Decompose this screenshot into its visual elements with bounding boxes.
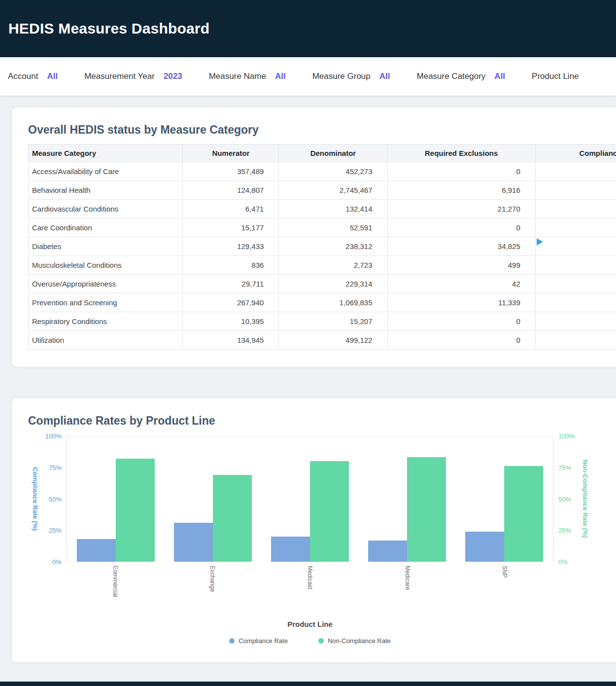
table-row-behavioral-health[interactable]: Behavioral Health124,8072,745,4676,916 <box>29 181 616 200</box>
cell-denominator[interactable]: 452,273 <box>279 162 387 181</box>
cell-denominator[interactable]: 15,207 <box>279 312 387 331</box>
legend-item-compliance-rate[interactable]: Compliance Rate <box>229 637 288 645</box>
cell-numerator[interactable]: 6,471 <box>183 200 279 218</box>
filter-value-measure-name[interactable]: All <box>275 72 286 81</box>
bar-compliance-rate-snp[interactable] <box>465 532 504 562</box>
cell-compliance-rate[interactable] <box>535 275 616 293</box>
cell-numerator[interactable]: 124,807 <box>183 181 279 200</box>
bar-compliance-rate-commercial[interactable] <box>77 539 116 562</box>
cell-numerator[interactable]: 29,711 <box>183 275 279 293</box>
cell-denominator[interactable]: 52,591 <box>279 218 387 237</box>
cell-compliance-rate[interactable] <box>535 162 616 181</box>
x-axis-label-medicaid: Medicaid <box>271 562 349 617</box>
y-axis-left: 0%25%50%75%100% <box>42 436 67 562</box>
cell-numerator[interactable]: 836 <box>183 256 279 275</box>
cell-compliance-rate[interactable] <box>535 312 616 331</box>
cell-required-exclusions[interactable]: 11,339 <box>387 293 535 312</box>
cell-numerator[interactable]: 15,177 <box>183 218 279 237</box>
cell-category[interactable]: Behavioral Health <box>29 181 183 200</box>
cell-category[interactable]: Utilization <box>29 331 183 350</box>
cell-numerator[interactable]: 357,489 <box>183 162 279 181</box>
cell-numerator[interactable]: 129,433 <box>183 237 279 256</box>
cell-compliance-rate[interactable] <box>535 256 616 275</box>
cell-required-exclusions[interactable]: 0 <box>387 218 535 237</box>
filter-value-measure-group[interactable]: All <box>379 72 390 81</box>
cell-denominator[interactable]: 2,723 <box>279 256 387 275</box>
bar-non-compliance-rate-medicare[interactable] <box>407 457 446 562</box>
plot-column: CommercialExchangeMedicaidMedicareSNP Pr… <box>67 436 553 645</box>
x-axis-labels: CommercialExchangeMedicaidMedicareSNP <box>67 562 553 617</box>
cell-compliance-rate[interactable] <box>535 237 616 256</box>
cell-required-exclusions[interactable]: 6,916 <box>387 181 535 200</box>
cell-category[interactable]: Overuse/Appropriateness <box>29 275 183 293</box>
bar-non-compliance-rate-medicaid[interactable] <box>310 461 349 562</box>
filter-account[interactable]: AccountAll <box>8 72 58 81</box>
cell-compliance-rate[interactable] <box>535 200 616 218</box>
cell-required-exclusions[interactable]: 34,825 <box>387 237 535 256</box>
x-axis-label-text: Medicare <box>404 566 411 590</box>
cell-denominator[interactable]: 499,122 <box>279 331 387 350</box>
bar-non-compliance-rate-snp[interactable] <box>504 466 543 562</box>
cell-compliance-rate[interactable] <box>535 181 616 200</box>
legend-dot-non-compliance-rate <box>318 638 324 644</box>
cell-denominator[interactable]: 2,745,467 <box>279 181 387 200</box>
bar-compliance-rate-exchange[interactable] <box>174 523 213 562</box>
bar-non-compliance-rate-commercial[interactable] <box>116 459 155 562</box>
table-row-overuse-appropriateness[interactable]: Overuse/Appropriateness29,711229,31442 <box>29 275 616 293</box>
cell-required-exclusions[interactable]: 21,270 <box>387 200 535 218</box>
filter-measure-name[interactable]: Measure NameAll <box>209 72 286 81</box>
y-tick-0: 0% <box>558 558 568 566</box>
table-row-care-coordination[interactable]: Care Coordination15,17752,5910 <box>29 218 616 237</box>
cell-compliance-rate[interactable] <box>535 218 616 237</box>
cell-category[interactable]: Musculoskeletal Conditions <box>29 256 183 275</box>
cell-numerator[interactable]: 134,945 <box>183 331 279 350</box>
column-header-numerator: Numerator <box>183 144 279 162</box>
cell-required-exclusions[interactable]: 499 <box>387 256 535 275</box>
cell-category[interactable]: Cardiovascular Conditions <box>29 200 183 218</box>
filter-product-line[interactable]: Product Line <box>532 72 587 81</box>
filter-measurement-year[interactable]: Measurement Year2023 <box>84 72 182 81</box>
y-tick-25: 25% <box>49 527 62 534</box>
table-row-utilization[interactable]: Utilization134,945499,1220 <box>29 331 616 350</box>
cell-required-exclusions[interactable]: 0 <box>387 312 535 331</box>
filter-measure-category[interactable]: Measure CategoryAll <box>417 72 506 81</box>
table-row-access-availability-of-care[interactable]: Access/Availability of Care357,489452,27… <box>29 162 616 181</box>
cell-denominator[interactable]: 1,069,835 <box>279 293 387 312</box>
cell-category[interactable]: Prevention and Screening <box>29 293 183 312</box>
cell-required-exclusions[interactable]: 0 <box>387 331 535 350</box>
table-row-diabetes[interactable]: Diabetes129,433238,31234,825 <box>29 237 616 256</box>
cell-denominator[interactable]: 238,312 <box>279 237 387 256</box>
bar-non-compliance-rate-exchange[interactable] <box>213 475 252 562</box>
cell-category[interactable]: Diabetes <box>29 237 183 256</box>
cell-category[interactable]: Respiratory Conditions <box>29 312 183 331</box>
legend-item-non-compliance-rate[interactable]: Non-Compliance Rate <box>318 637 391 645</box>
bar-compliance-rate-medicaid[interactable] <box>271 537 310 562</box>
table-row-musculoskeletal-conditions[interactable]: Musculoskeletal Conditions8362,723499 <box>29 256 616 275</box>
y-axis-right: 0%25%50%75%100% <box>553 436 578 562</box>
bar-compliance-rate-medicare[interactable] <box>368 541 407 562</box>
cell-required-exclusions[interactable]: 42 <box>387 275 535 293</box>
filter-measure-group[interactable]: Measure GroupAll <box>312 72 390 81</box>
filter-value-account[interactable]: All <box>47 72 58 81</box>
cell-compliance-rate[interactable] <box>535 293 616 312</box>
table-card: Overall HEDIS status by Measure Category… <box>12 108 616 367</box>
cell-category[interactable]: Care Coordination <box>29 218 183 237</box>
cell-denominator[interactable]: 229,314 <box>279 275 387 293</box>
filter-value-measure-category[interactable]: All <box>494 72 505 81</box>
cell-compliance-rate[interactable] <box>535 331 616 350</box>
filter-bar: AccountAllMeasurement Year2023Measure Na… <box>0 57 616 96</box>
legend-dot-compliance-rate <box>229 638 235 644</box>
cell-denominator[interactable]: 132,414 <box>279 200 387 218</box>
bar-group-commercial <box>77 436 155 562</box>
cell-numerator[interactable]: 267,940 <box>183 293 279 312</box>
y-tick-100: 100% <box>558 433 575 440</box>
table-row-respiratory-conditions[interactable]: Respiratory Conditions10,39515,2070 <box>29 312 616 331</box>
compliance-chart: Compliance Rate (%) 0%25%50%75%100% Comm… <box>28 436 616 645</box>
cell-category[interactable]: Access/Availability of Care <box>29 162 183 181</box>
cell-required-exclusions[interactable]: 0 <box>387 162 535 181</box>
table-row-prevention-and-screening[interactable]: Prevention and Screening267,9401,069,835… <box>29 293 616 312</box>
table-row-cardiovascular-conditions[interactable]: Cardiovascular Conditions6,471132,41421,… <box>29 200 616 218</box>
cell-numerator[interactable]: 10,395 <box>183 312 279 331</box>
filter-value-measurement-year[interactable]: 2023 <box>164 72 182 81</box>
measures-table: Measure CategoryNumeratorDenominatorRequ… <box>28 144 616 350</box>
